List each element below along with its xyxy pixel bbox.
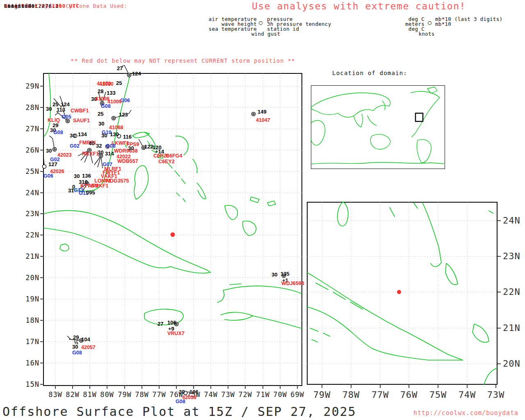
lat-label: 22N: [21, 231, 39, 239]
station-value-label: 30: [98, 121, 104, 126]
station-value-label: 27: [117, 66, 123, 71]
station-value-label: 30: [179, 390, 185, 394]
station-value-label: 30: [72, 345, 78, 349]
station-id-label: 42057: [81, 345, 96, 350]
lat-label: 17N: [21, 338, 39, 346]
station-value-label: 25: [52, 102, 58, 107]
inset-lon-label: 79W: [308, 390, 336, 400]
lat-label: 25N: [21, 167, 39, 176]
inset-lon-label: 75W: [424, 390, 452, 400]
storm-position-warning: ** Red dot below may NOT represent CURRE…: [71, 57, 295, 64]
station-id-label: SMKF1: [91, 184, 108, 188]
inset-lat-label: 23N: [503, 251, 525, 262]
gust-id-label: G08: [101, 104, 111, 109]
station-circle-icon: ○: [259, 20, 262, 25]
gust-id-label: G08: [72, 351, 82, 355]
caution-title: Use analyses with extreme caution!: [244, 1, 474, 11]
inset-lat-label: 21N: [503, 323, 525, 333]
station-value-label: 30: [98, 150, 103, 155]
station-value-label: 095: [86, 190, 95, 195]
station-value-label: 40: [89, 141, 94, 146]
longitude-line: Longitude: −76.2: [4, 2, 59, 10]
station-value-label: 32: [96, 144, 102, 148]
station-id-label: 41080: [99, 82, 114, 87]
station-id-label: CWBF1: [71, 109, 89, 113]
plot-title: Offshore Surface Plot at 15Z / SEP 27, 2…: [2, 404, 356, 419]
station-value-label: 30: [128, 146, 134, 151]
station-id-label: WDR9638: [114, 149, 138, 153]
station-id-label: 41047: [256, 118, 270, 123]
station-circle-icon: ○: [428, 20, 431, 25]
station-value-label: 135: [281, 272, 290, 276]
lat-label: 23N: [21, 210, 39, 218]
lon-label: 69W: [287, 390, 308, 399]
lat-label: 16N: [21, 359, 39, 367]
inset-lat-label: 22N: [503, 287, 525, 297]
gust-id-label: G08: [53, 130, 63, 135]
inset-lon-label: 73W: [482, 390, 510, 400]
station-value-label: 104: [81, 337, 90, 342]
station-value-label: 149: [258, 110, 267, 114]
station-value-label: 124: [132, 71, 141, 76]
station-value-label: 28: [98, 89, 103, 94]
world-inset-title: Location of domain:: [332, 70, 407, 76]
source-url: http://coolwx.com/buoydata: [413, 409, 518, 417]
lat-label: 27N: [21, 125, 39, 133]
gust-id-label: G08: [176, 399, 185, 404]
station-value-label: 136: [82, 173, 91, 178]
legend-sea-temperature: sea temperature: [192, 27, 257, 32]
lat-label: 19N: [21, 295, 39, 303]
station-id-label: WDG3575: [105, 179, 129, 183]
station-id-label: SAUF1: [73, 119, 90, 123]
station-value-label: 314: [105, 151, 114, 156]
lat-label: 21N: [21, 252, 39, 260]
station-value-label: 30: [70, 133, 75, 138]
legend-unit-mb: mb*10: [435, 22, 451, 27]
world-inset-map: [311, 85, 445, 169]
station-value-label: 116: [123, 135, 132, 139]
station-value-label: 30: [101, 133, 107, 138]
inset-lat-label: 20N: [503, 358, 525, 369]
station-value-label: 113: [57, 107, 65, 112]
station-value-label: 30: [46, 148, 52, 153]
inset-lon-label: 76W: [395, 390, 423, 400]
station-value-label: 133: [107, 91, 116, 95]
station-value-label: 25: [98, 112, 103, 116]
station-value-label: 30: [272, 272, 277, 277]
station-value-label: 106: [167, 320, 176, 325]
station-id-label: RKXF1: [82, 152, 99, 156]
inset-lat-label: 24N: [503, 215, 525, 226]
station-value-label: 134: [78, 132, 87, 137]
station-value-label: 127: [48, 162, 57, 167]
station-id-label: C6FG4: [166, 154, 182, 158]
station-value-label: 31: [68, 188, 74, 193]
inset-lon-label: 77W: [366, 390, 395, 400]
station-id-label: WDB557: [117, 159, 138, 164]
station-id-label: C6EY2: [158, 160, 175, 164]
station-value-label: 30: [74, 174, 80, 178]
gust-id-label: G02: [70, 144, 80, 148]
lat-label: 15N: [21, 380, 39, 388]
gust-id-label: G06: [43, 174, 53, 178]
inset-lon-label: 78W: [337, 390, 365, 400]
station-value-label: 30: [46, 107, 52, 111]
lat-label: 20N: [21, 274, 39, 282]
station-value-label: 27: [158, 322, 163, 326]
lat-label: 26N: [21, 146, 39, 154]
station-id-label: VRUX7: [167, 331, 185, 336]
lat-label: 28N: [21, 103, 39, 112]
station-value-label: 106: [189, 390, 199, 394]
gust-id-label: G05: [62, 115, 71, 119]
lat-label: 18N: [21, 316, 39, 324]
lat-label: 24N: [21, 189, 39, 197]
station-id-label: WDJ6598: [281, 281, 304, 286]
zoom-inset-map: [307, 202, 498, 385]
station-value-label: 123: [119, 112, 128, 117]
station-value-label: 25: [116, 81, 122, 85]
station-value-label: 122: [144, 144, 153, 149]
lat-label: 29N: [21, 82, 39, 90]
offshore-surface-plot-page: NOAA SSD Tropical Cyclone Data Used: Sto…: [0, 0, 525, 420]
inset-lon-label: 74W: [453, 390, 482, 400]
station-value-label: 124: [61, 102, 70, 107]
legend-unit-degc-sea: deg C: [371, 27, 425, 32]
